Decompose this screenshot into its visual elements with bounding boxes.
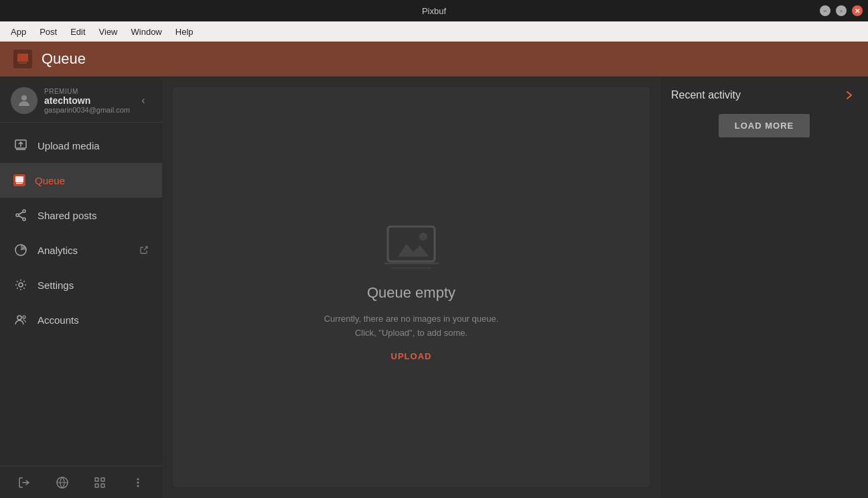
analytics-icon	[13, 243, 28, 257]
more-button[interactable]	[126, 471, 150, 495]
app-title: Pixbuf	[422, 6, 446, 16]
sidebar-item-upload-media-label: Upload media	[38, 140, 149, 151]
sidebar: PREMIUM atechtown gasparin0034@gmail.com…	[0, 76, 162, 498]
menu-app[interactable]: App	[5, 24, 31, 40]
user-email: gasparin0034@gmail.com	[44, 106, 130, 114]
sidebar-item-analytics[interactable]: Analytics	[0, 233, 162, 267]
menu-view[interactable]: View	[94, 24, 123, 40]
svg-point-25	[137, 485, 139, 487]
menu-help[interactable]: Help	[170, 24, 199, 40]
window-controls: − ▫ ✕	[820, 5, 863, 16]
settings-icon	[13, 277, 28, 292]
username: atechtown	[44, 95, 130, 106]
svg-rect-19	[95, 478, 98, 481]
svg-point-24	[137, 481, 139, 483]
main-layout: PREMIUM atechtown gasparin0034@gmail.com…	[0, 76, 868, 498]
user-info-block: PREMIUM atechtown gasparin0034@gmail.com	[11, 87, 130, 114]
svg-rect-22	[101, 484, 104, 487]
sidebar-item-accounts-label: Accounts	[38, 314, 149, 326]
load-more-button[interactable]: LOAD MORE	[719, 114, 810, 137]
share-icon	[13, 208, 28, 223]
menu-post[interactable]: Post	[34, 24, 62, 40]
accounts-icon	[13, 312, 28, 327]
recent-activity-expand-button[interactable]	[841, 87, 857, 103]
svg-point-23	[137, 478, 139, 480]
svg-rect-1	[19, 62, 27, 64]
sidebar-item-shared-posts[interactable]: Shared posts	[0, 198, 162, 233]
queue-empty-description: Currently, there are no images in your q…	[317, 312, 505, 340]
close-button[interactable]: ✕	[852, 5, 863, 16]
logout-button[interactable]	[12, 471, 36, 495]
sidebar-item-queue-label: Queue	[35, 175, 149, 186]
menu-bar: App Post Edit View Window Help	[0, 21, 868, 42]
sidebar-bottom	[0, 466, 162, 498]
svg-point-10	[23, 218, 25, 221]
page-title: Queue	[42, 50, 86, 68]
app-header: Queue	[0, 42, 868, 76]
external-link-icon	[139, 245, 149, 255]
menu-window[interactable]: Window	[126, 24, 167, 40]
upload-button[interactable]: UPLOAD	[391, 351, 432, 361]
svg-point-9	[16, 214, 19, 216]
user-plan: PREMIUM	[44, 88, 130, 95]
maximize-button[interactable]: ▫	[836, 5, 847, 16]
svg-point-16	[17, 316, 21, 320]
svg-point-17	[23, 316, 25, 318]
globe-button[interactable]	[50, 471, 74, 495]
svg-rect-21	[95, 484, 98, 487]
queue-empty-title: Queue empty	[367, 284, 455, 302]
right-panel: Recent activity LOAD MORE	[660, 76, 868, 498]
recent-activity-header: Recent activity	[671, 87, 857, 103]
sidebar-item-settings[interactable]: Settings	[0, 267, 162, 302]
sidebar-item-queue[interactable]: Queue	[0, 163, 162, 198]
queue-empty-illustration	[381, 213, 441, 273]
svg-point-8	[23, 210, 25, 212]
avatar[interactable]	[11, 87, 38, 114]
user-details: PREMIUM atechtown gasparin0034@gmail.com	[44, 88, 130, 114]
grid-button[interactable]	[88, 471, 112, 495]
sidebar-item-settings-label: Settings	[38, 279, 149, 291]
menu-edit[interactable]: Edit	[65, 24, 90, 40]
sidebar-item-analytics-label: Analytics	[38, 245, 130, 256]
svg-line-12	[19, 216, 23, 219]
svg-rect-0	[17, 54, 28, 62]
collapse-sidebar-button[interactable]: ‹	[135, 92, 151, 109]
svg-point-27	[419, 233, 427, 241]
queue-nav-icon	[13, 174, 25, 186]
svg-point-2	[21, 95, 27, 101]
sidebar-item-upload-media[interactable]: Upload media	[0, 128, 162, 163]
upload-icon	[13, 138, 28, 153]
nav-items: Upload media Queue	[0, 123, 162, 466]
minimize-button[interactable]: −	[820, 5, 830, 16]
svg-point-15	[19, 283, 23, 287]
svg-rect-6	[15, 176, 23, 182]
content-area: Queue empty Currently, there are no imag…	[162, 76, 660, 498]
svg-rect-20	[101, 478, 104, 481]
header-queue-icon	[13, 50, 32, 68]
sidebar-item-accounts[interactable]: Accounts	[0, 302, 162, 337]
svg-line-11	[19, 212, 23, 215]
queue-panel: Queue empty Currently, there are no imag…	[173, 87, 650, 487]
recent-activity-title: Recent activity	[671, 89, 741, 101]
sidebar-item-shared-posts-label: Shared posts	[38, 210, 149, 221]
title-bar: Pixbuf − ▫ ✕	[0, 0, 868, 21]
user-section: PREMIUM atechtown gasparin0034@gmail.com…	[0, 76, 162, 123]
